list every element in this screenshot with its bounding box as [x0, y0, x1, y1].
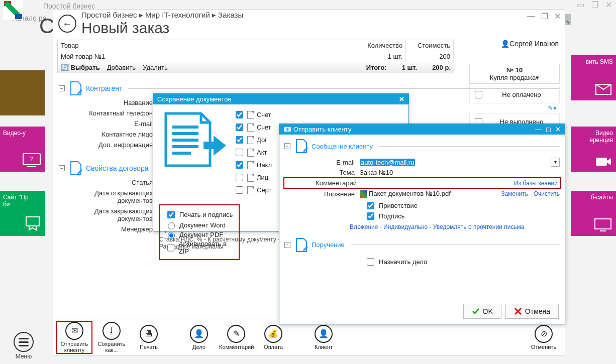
tile-site[interactable]: Сайт "Прби: [0, 191, 45, 236]
table-row[interactable]: Мой товар №1 1 шт. 200: [58, 51, 454, 62]
doc-check-a[interactable]: Счет: [234, 109, 272, 120]
close-icon[interactable]: ✕: [399, 95, 404, 103]
col-header-cost[interactable]: Стоимость: [406, 40, 454, 51]
svg-rect-2: [15, 14, 22, 19]
contact-label: Контактное лицо: [59, 131, 157, 138]
document-edit-icon: [68, 81, 83, 96]
printer-icon: 🖶: [145, 329, 153, 338]
cancel-button[interactable]: Отмена: [505, 304, 559, 319]
document-edit-icon: [293, 139, 309, 154]
total-label: Итого:: [366, 64, 387, 71]
export-document-icon: [158, 109, 229, 170]
opt-pdf[interactable]: Документ PDF: [165, 230, 234, 239]
maximize-icon[interactable]: ❐: [541, 12, 548, 21]
mail-out-icon: [595, 83, 612, 96]
action-save-as[interactable]: ⭳Сохранить как...: [94, 322, 129, 353]
breadcrumb-1[interactable]: Мир IT-технологий: [145, 11, 210, 19]
add-button[interactable]: Добавить: [107, 64, 136, 71]
doc-check-b[interactable]: Счет: [234, 122, 272, 133]
action-send-client[interactable]: ✉Отправить клиенту: [57, 322, 91, 353]
back-button[interactable]: ←: [58, 15, 76, 33]
tile-video-tutorial[interactable]: Видео-у ?: [0, 127, 45, 172]
prohibit-icon: ⊘: [541, 329, 547, 338]
x-icon: [514, 307, 522, 315]
close-icon[interactable]: ✕: [605, 0, 612, 10]
signature-checkbox[interactable]: [367, 212, 374, 220]
app-logo-icon: [3, 0, 23, 20]
attach-label: Вложение: [284, 190, 360, 198]
opt-print-sign[interactable]: Печать и подпись: [165, 209, 234, 220]
doc-check-e[interactable]: Накл: [234, 160, 272, 170]
clear-link[interactable]: Очистить: [534, 190, 560, 197]
main-menu-button[interactable]: Меню: [11, 332, 36, 360]
svg-rect-7: [596, 158, 607, 166]
delete-button[interactable]: Удалить: [143, 64, 168, 71]
message-legend: Сообщение клиенту: [312, 143, 373, 150]
download-icon: ⭳: [108, 326, 116, 335]
assignment-legend: Поручение: [312, 241, 345, 249]
open-date-label: Дата открывающих документов: [59, 189, 157, 204]
restore-icon[interactable]: ❐: [591, 0, 598, 10]
screenshot-icon[interactable]: ▭: [577, 0, 584, 10]
money-icon: 💰: [268, 329, 278, 338]
contract-legend: Свойства договора: [86, 164, 149, 172]
breadcrumb: ← Простой бизнес ▸ Мир IT-технологий ▸ З…: [58, 10, 560, 37]
current-user[interactable]: 👤Сергей Иванов: [501, 40, 559, 48]
action-print[interactable]: 🖶Печать: [132, 325, 166, 350]
attachment-field[interactable]: Пакет документов №10.pdf: [360, 190, 501, 198]
assign-checkbox[interactable]: [367, 258, 374, 266]
ok-button[interactable]: OK: [463, 304, 501, 319]
doc-check-f[interactable]: Лиц: [234, 172, 272, 183]
format-options-box: Печать и подпись Документ Word Документ …: [159, 204, 240, 260]
tile-send-sms[interactable]: вить SMS: [571, 55, 616, 100]
total-qty: 1 шт.: [402, 64, 418, 71]
manager-label: Менеджер: [59, 225, 157, 233]
collapse-toggle[interactable]: −: [59, 165, 65, 171]
select-button[interactable]: 🔄 Выбрать: [61, 64, 100, 71]
greeting-checkbox[interactable]: [367, 202, 374, 209]
close-date-label: Дата закрывающих документов: [59, 207, 157, 222]
breadcrumb-0[interactable]: Простой бизнес: [81, 11, 137, 19]
doc-check-g[interactable]: Серт: [234, 185, 272, 195]
action-client[interactable]: 👤Клиент: [306, 325, 341, 350]
subject-field[interactable]: Заказ №10: [360, 169, 560, 176]
action-pay[interactable]: 💰Оплата: [256, 325, 290, 350]
tile-video-conf[interactable]: Видеоеренция: [571, 127, 616, 172]
document-edit-icon: [293, 237, 309, 253]
doc-check-d[interactable]: Акт: [234, 147, 272, 158]
mail-icon: 📧: [283, 126, 291, 133]
check-icon: [472, 307, 480, 315]
collapse-toggle[interactable]: −: [284, 242, 290, 248]
document-edit-icon: [68, 161, 83, 176]
comment-label: Комментарий: [286, 179, 362, 187]
close-icon[interactable]: ✕: [554, 12, 561, 21]
maximize-icon[interactable]: ◻: [546, 126, 551, 133]
opt-zip[interactable]: Архивировать в ZIP: [165, 240, 234, 255]
info-label: Доп. информация: [59, 141, 157, 149]
dialog-title: Отправить клиенту: [293, 126, 352, 133]
comment-row[interactable]: Комментарий Из базы знаний: [284, 178, 560, 188]
email-label: E-mail: [284, 159, 360, 166]
col-header-name[interactable]: Товар: [58, 40, 358, 51]
knowledge-base-link[interactable]: Из базы знаний: [514, 180, 558, 187]
action-comment[interactable]: ✎Комментарий: [219, 325, 253, 350]
extra-links[interactable]: Вложение - Индивидуально - Уведомлять о …: [350, 223, 560, 230]
email-field[interactable]: auto-tech@mail.ru: [360, 159, 415, 166]
action-cancel[interactable]: ⊘Отменить: [527, 325, 561, 350]
email-label: E-mail: [59, 120, 157, 128]
close-icon[interactable]: ✕: [555, 126, 561, 133]
minimize-icon[interactable]: —: [535, 126, 542, 133]
tile-left-1[interactable]: [0, 70, 45, 115]
breadcrumb-2[interactable]: Заказы: [218, 11, 243, 19]
email-dropdown[interactable]: ▾: [551, 158, 560, 167]
opt-word[interactable]: Документ Word: [165, 221, 234, 229]
minimize-icon[interactable]: —: [527, 12, 535, 21]
col-header-qty[interactable]: Количество: [358, 40, 406, 51]
collapse-toggle[interactable]: −: [284, 143, 290, 149]
doc-check-c[interactable]: Дог: [234, 135, 272, 145]
collapse-toggle[interactable]: −: [59, 85, 65, 91]
action-task[interactable]: 👤Дело: [182, 325, 216, 350]
tile-websites[interactable]: б-сайты: [571, 191, 616, 236]
replace-link[interactable]: Заменить: [501, 190, 528, 197]
pdf-icon: [360, 190, 367, 198]
